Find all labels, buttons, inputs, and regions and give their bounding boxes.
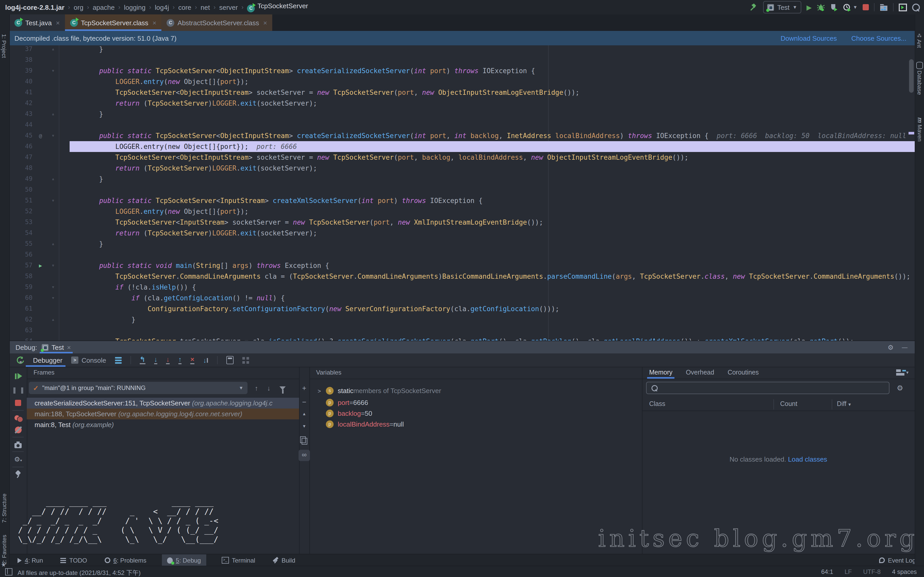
code-lines[interactable]: 37▵ }3839▿ public static TcpSocketServer… bbox=[9, 45, 915, 340]
code-text[interactable]: LOGGER.entry(new Object[]{port}); port: … bbox=[69, 141, 915, 152]
fold-icon[interactable]: ▵ bbox=[47, 109, 59, 119]
code-text[interactable] bbox=[69, 249, 915, 260]
code-text[interactable]: } bbox=[69, 314, 915, 325]
frame-row[interactable]: createSerializedSocketServer:151, TcpSoc… bbox=[27, 398, 299, 409]
code-text[interactable]: TcpSocketServer<ObjectInputStream> socke… bbox=[69, 152, 915, 163]
code-line[interactable]: 63 bbox=[9, 325, 915, 336]
memory-gear-icon[interactable]: ⚙ bbox=[897, 384, 903, 392]
code-text[interactable]: TcpSocketServer<InputStream> socketServe… bbox=[69, 217, 915, 228]
fold-icon[interactable]: ▵ bbox=[47, 45, 59, 55]
event-log-button[interactable]: Event Log bbox=[879, 554, 916, 566]
breadcrumb-item[interactable]: org bbox=[74, 3, 84, 11]
editor-tab-TcpSocketServer.class[interactable]: CTcpSocketServer.class× bbox=[65, 15, 162, 31]
view-breakpoints-icon[interactable] bbox=[9, 415, 27, 423]
code-line[interactable]: 60▿ if (cla.getConfigLocation() != null)… bbox=[9, 293, 915, 303]
code-line[interactable]: 50 bbox=[9, 184, 915, 195]
breadcrumb-item[interactable]: server bbox=[219, 3, 238, 11]
fold-icon[interactable]: ▵ bbox=[47, 239, 59, 249]
run-configuration-select[interactable]: Test ▼ bbox=[763, 1, 801, 13]
prev-frame-icon[interactable]: ↑ bbox=[255, 382, 258, 394]
code-line[interactable]: 57▶▿ public static void main(String[] ar… bbox=[9, 260, 915, 271]
code-line[interactable]: 46 LOGGER.entry(new Object[]{port}); por… bbox=[9, 141, 915, 152]
add-watch-icon[interactable]: + bbox=[299, 384, 309, 392]
banner-link[interactable]: Choose Sources... bbox=[851, 34, 906, 42]
code-text[interactable]: return (TcpSocketServer)LOGGER.exit(sock… bbox=[69, 228, 915, 239]
code-line[interactable]: 49▵ } bbox=[9, 174, 915, 184]
code-editor[interactable]: 37▵ }3839▿ public static TcpSocketServer… bbox=[9, 45, 915, 340]
breadcrumb[interactable]: log4j-core-2.8.1.jar›org›apache›logging›… bbox=[5, 0, 308, 15]
execution-line-marker[interactable] bbox=[908, 132, 914, 134]
variable-row[interactable]: plocalBindAddress = null bbox=[309, 419, 404, 430]
code-line[interactable]: 56 bbox=[9, 249, 915, 260]
code-text[interactable]: } bbox=[69, 45, 915, 55]
fold-icon[interactable]: ▿ bbox=[47, 293, 59, 303]
code-text[interactable]: public static TcpSocketServer<InputStrea… bbox=[69, 195, 915, 206]
thread-dump-camera-icon[interactable] bbox=[9, 442, 27, 450]
debug-settings-gear-icon[interactable]: ⚙ bbox=[888, 343, 893, 351]
evaluate-expression-icon[interactable] bbox=[226, 356, 234, 364]
code-line[interactable]: 38 bbox=[9, 55, 915, 65]
pause-icon[interactable] bbox=[9, 387, 27, 395]
code-line[interactable]: 53 TcpSocketServer<InputStream> socketSe… bbox=[9, 217, 915, 228]
code-line[interactable]: 44 bbox=[9, 119, 915, 131]
code-line[interactable]: 42 return (TcpSocketServer)LOGGER.exit(s… bbox=[9, 98, 915, 109]
code-line[interactable]: 43▵ } bbox=[9, 109, 915, 119]
toolbar-button-TODO[interactable]: TODO bbox=[58, 554, 89, 566]
move-watch-down-icon[interactable]: ▼ bbox=[299, 424, 309, 429]
stop-icon[interactable] bbox=[9, 400, 27, 408]
code-text[interactable]: public static TcpSocketServer<ObjectInpu… bbox=[69, 131, 915, 141]
chevron-right-icon[interactable]: > bbox=[318, 388, 326, 394]
caret-position[interactable]: 64:1 bbox=[821, 568, 833, 575]
move-watch-up-icon[interactable]: ▲ bbox=[299, 412, 309, 416]
code-text[interactable] bbox=[69, 55, 915, 65]
minimize-icon[interactable]: — bbox=[902, 344, 908, 350]
run-method-icon[interactable]: ▶ bbox=[39, 263, 42, 268]
breadcrumb-item[interactable]: log4j-core-2.8.1.jar bbox=[5, 3, 65, 11]
fold-icon[interactable]: ▿ bbox=[47, 131, 59, 141]
breadcrumb-item[interactable]: CTcpSocketServer bbox=[247, 2, 309, 12]
close-icon[interactable]: × bbox=[263, 19, 267, 27]
memory-column-Class[interactable]: Class bbox=[649, 400, 666, 408]
code-text[interactable]: if (cla.getConfigLocation() != null) { bbox=[69, 293, 915, 303]
code-line[interactable]: 52 LOGGER.entry(new Object[]{port}); bbox=[9, 206, 915, 217]
filter-frames-icon[interactable] bbox=[279, 382, 286, 394]
run-anything-icon[interactable] bbox=[899, 3, 907, 11]
breadcrumb-item[interactable]: log4j bbox=[155, 3, 169, 11]
code-text[interactable]: } bbox=[69, 174, 915, 184]
code-text[interactable]: TcpSocketServer tcpSocketServer = cla.is… bbox=[69, 336, 915, 340]
code-text[interactable]: if (!cla.isHelp()) { bbox=[69, 282, 915, 293]
breadcrumb-item[interactable]: apache bbox=[92, 3, 115, 11]
next-frame-icon[interactable]: ↓ bbox=[267, 382, 270, 394]
show-execution-point-icon[interactable]: ↰ bbox=[140, 356, 145, 364]
close-icon[interactable]: × bbox=[67, 343, 71, 351]
pin-icon[interactable] bbox=[9, 471, 27, 480]
code-line[interactable]: 37▵ } bbox=[9, 45, 915, 55]
editor-tab-Test.java[interactable]: CTest.java× bbox=[9, 15, 65, 31]
thread-selector[interactable]: ✓ "main"@1 in group "main": RUNNING ▼ bbox=[29, 382, 247, 394]
memory-column-Diff[interactable]: Diff ▼ bbox=[837, 400, 851, 408]
stripe-maven-button[interactable]: m Maven bbox=[916, 118, 924, 142]
code-line[interactable]: 48 return (TcpSocketServer)LOGGER.exit(s… bbox=[9, 163, 915, 174]
code-text[interactable]: } bbox=[69, 109, 915, 119]
status-panel-icon[interactable] bbox=[5, 568, 12, 575]
chevron-down-icon[interactable]: ▼ bbox=[853, 5, 858, 10]
banner-link[interactable]: Download Sources bbox=[781, 34, 837, 42]
settings-grid-icon[interactable] bbox=[242, 357, 249, 363]
close-icon[interactable]: × bbox=[152, 19, 156, 27]
frame-row[interactable]: main:188, TcpSocketServer (org.apache.lo… bbox=[27, 409, 299, 419]
step-out-icon[interactable]: ↑ bbox=[178, 356, 181, 364]
breadcrumb-item[interactable]: logging bbox=[124, 3, 146, 11]
resume-icon[interactable] bbox=[9, 373, 27, 381]
fold-icon[interactable]: ▿ bbox=[47, 260, 59, 271]
code-line[interactable]: 59▿ if (!cla.isHelp()) { bbox=[9, 282, 915, 293]
code-text[interactable]: TcpSocketServer<ObjectInputStream> socke… bbox=[69, 87, 915, 98]
code-text[interactable]: LOGGER.entry(new Object[]{port}); bbox=[69, 206, 915, 217]
coverage-button[interactable] bbox=[830, 3, 838, 11]
frame-row[interactable]: main:8, Test (org.example) bbox=[27, 419, 299, 430]
remove-watch-icon[interactable]: − bbox=[299, 398, 309, 406]
code-text[interactable]: public static void main(String[] args) t… bbox=[69, 260, 915, 271]
code-text[interactable]: TcpSocketServer.CommandLineArguments cla… bbox=[69, 271, 915, 282]
profiler-button[interactable] bbox=[843, 3, 852, 11]
stripe-ant-button[interactable]: ⁂ Ant bbox=[916, 33, 922, 48]
editor-tab-AbstractSocketServer.class[interactable]: CAbstractSocketServer.class× bbox=[162, 15, 273, 31]
